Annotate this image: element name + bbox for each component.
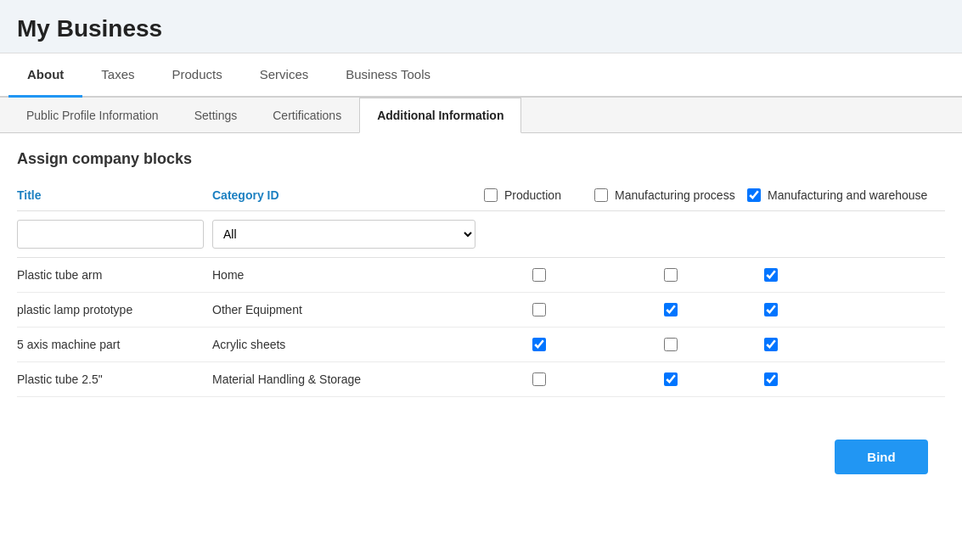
category-filter-select[interactable]: All: [212, 220, 475, 249]
row-mfg-warehouse-checkbox[interactable]: [764, 372, 778, 386]
row-category: Other Equipment: [212, 303, 484, 316]
tab-business-tools[interactable]: Business Tools: [327, 53, 449, 98]
tab-about[interactable]: About: [8, 53, 82, 98]
row-mfg-process-checkbox[interactable]: [664, 268, 678, 282]
row-mfg-process-check: [594, 338, 747, 351]
row-mfg-warehouse-checkbox[interactable]: [764, 303, 778, 316]
production-header-checkbox[interactable]: [484, 188, 498, 202]
row-title: plastic lamp prototype: [17, 303, 212, 316]
row-production-checkbox[interactable]: [532, 303, 546, 316]
mfg-warehouse-header-label: Manufacturing and warehouse: [768, 188, 927, 202]
row-production-checkbox[interactable]: [532, 268, 546, 282]
main-tabs-container: About Taxes Products Services Business T…: [0, 53, 962, 98]
row-mfg-warehouse-check: [747, 338, 945, 351]
row-mfg-process-check: [594, 372, 747, 386]
row-category: Acrylic sheets: [212, 338, 484, 351]
table-row: Plastic tube 2.5" Material Handling & St…: [17, 362, 945, 397]
content-area: Assign company blocks Title Category ID …: [0, 133, 962, 508]
filter-row: All: [17, 211, 945, 258]
table-row: plastic lamp prototype Other Equipment: [17, 293, 945, 328]
col-header-production: Production: [484, 188, 594, 202]
sub-tab-additional-information[interactable]: Additional Information: [359, 98, 521, 133]
row-mfg-warehouse-check: [747, 303, 945, 316]
row-production-check: [484, 303, 594, 316]
mfg-warehouse-header-checkbox[interactable]: [747, 188, 761, 202]
bind-button[interactable]: Bind: [835, 440, 928, 474]
row-title: 5 axis machine part: [17, 338, 212, 351]
col-header-mfg-warehouse: Manufacturing and warehouse: [747, 188, 945, 202]
row-category: Home: [212, 268, 484, 282]
table-header-row: Title Category ID Production Manufacturi…: [17, 183, 945, 211]
sub-tab-public-profile[interactable]: Public Profile Information: [8, 98, 177, 133]
row-mfg-warehouse-check: [747, 268, 945, 282]
col-header-category: Category ID: [212, 188, 484, 202]
row-mfg-process-checkbox[interactable]: [664, 338, 678, 351]
col-header-title: Title: [17, 188, 212, 202]
sub-tabs-container: Public Profile Information Settings Cert…: [0, 98, 962, 133]
company-blocks-table: Title Category ID Production Manufacturi…: [17, 183, 945, 397]
mfg-process-header-label: Manufacturing process: [615, 188, 735, 202]
row-mfg-warehouse-checkbox[interactable]: [764, 268, 778, 282]
production-header-label: Production: [504, 188, 561, 202]
title-filter-input[interactable]: [17, 220, 204, 249]
row-mfg-warehouse-checkbox[interactable]: [764, 338, 778, 351]
row-production-checkbox[interactable]: [532, 338, 546, 351]
page-title: My Business: [0, 0, 962, 53]
row-mfg-process-checkbox[interactable]: [664, 303, 678, 316]
section-title: Assign company blocks: [17, 150, 945, 168]
row-title: Plastic tube 2.5": [17, 372, 212, 386]
row-mfg-process-checkbox[interactable]: [664, 372, 678, 386]
row-production-checkbox[interactable]: [532, 372, 546, 386]
tab-taxes[interactable]: Taxes: [82, 53, 153, 98]
row-mfg-process-check: [594, 268, 747, 282]
table-row: Plastic tube arm Home: [17, 258, 945, 293]
sub-tab-settings[interactable]: Settings: [177, 98, 256, 133]
tab-products[interactable]: Products: [154, 53, 241, 98]
row-mfg-process-check: [594, 303, 747, 316]
row-production-check: [484, 338, 594, 351]
row-title: Plastic tube arm: [17, 268, 212, 282]
row-production-check: [484, 372, 594, 386]
tab-services[interactable]: Services: [241, 53, 328, 98]
mfg-process-header-checkbox[interactable]: [594, 188, 608, 202]
table-row: 5 axis machine part Acrylic sheets: [17, 328, 945, 362]
col-header-mfg-process: Manufacturing process: [594, 188, 747, 202]
row-mfg-warehouse-check: [747, 372, 945, 386]
sub-tab-certifications[interactable]: Certifications: [255, 98, 359, 133]
row-production-check: [484, 268, 594, 282]
row-category: Material Handling & Storage: [212, 372, 484, 386]
